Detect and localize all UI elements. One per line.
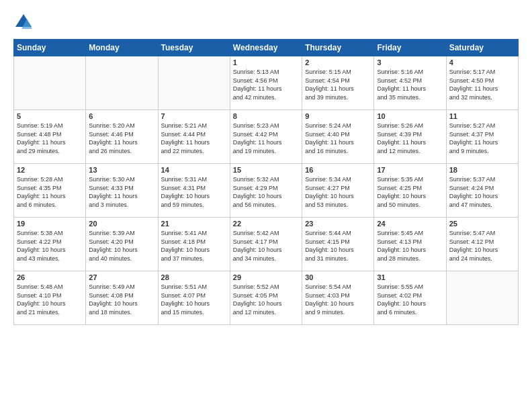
day-number: 28 [161,273,227,281]
table-row: 23Sunrise: 5:44 AM Sunset: 4:15 PM Dayli… [302,218,374,271]
day-number: 18 [449,166,515,174]
table-row: 14Sunrise: 5:31 AM Sunset: 4:31 PM Dayli… [158,164,230,218]
day-number: 20 [89,220,154,228]
weekday-header-saturday: Saturday [446,40,518,56]
day-number: 6 [89,112,154,120]
table-row: 25Sunrise: 5:47 AM Sunset: 4:12 PM Dayli… [446,218,518,271]
table-row: 1Sunrise: 5:13 AM Sunset: 4:56 PM Daylig… [230,56,302,110]
table-row: 27Sunrise: 5:49 AM Sunset: 4:08 PM Dayli… [86,271,158,325]
day-info: Sunrise: 5:39 AM Sunset: 4:20 PM Dayligh… [89,229,154,263]
page: SundayMondayTuesdayWednesdayThursdayFrid… [0,0,532,411]
day-info: Sunrise: 5:21 AM Sunset: 4:44 PM Dayligh… [161,122,227,155]
table-row [446,271,518,325]
table-row: 22Sunrise: 5:42 AM Sunset: 4:17 PM Dayli… [230,218,302,271]
day-info: Sunrise: 5:31 AM Sunset: 4:31 PM Dayligh… [161,175,227,209]
table-row: 5Sunrise: 5:19 AM Sunset: 4:48 PM Daylig… [14,110,86,164]
day-number: 22 [233,220,299,228]
calendar-week-5: 26Sunrise: 5:48 AM Sunset: 4:10 PM Dayli… [14,271,519,325]
calendar: SundayMondayTuesdayWednesdayThursdayFrid… [13,39,519,325]
table-row: 10Sunrise: 5:26 AM Sunset: 4:39 PM Dayli… [374,110,446,164]
table-row: 3Sunrise: 5:16 AM Sunset: 4:52 PM Daylig… [374,56,446,110]
weekday-header-sunday: Sunday [14,40,86,56]
day-info: Sunrise: 5:51 AM Sunset: 4:07 PM Dayligh… [161,283,227,316]
table-row [14,56,86,110]
table-row: 28Sunrise: 5:51 AM Sunset: 4:07 PM Dayli… [158,271,230,325]
day-number: 14 [161,166,227,174]
table-row: 21Sunrise: 5:41 AM Sunset: 4:18 PM Dayli… [158,218,230,271]
day-info: Sunrise: 5:27 AM Sunset: 4:37 PM Dayligh… [449,122,515,155]
day-info: Sunrise: 5:49 AM Sunset: 4:08 PM Dayligh… [89,283,154,316]
day-number: 30 [305,273,371,281]
day-info: Sunrise: 5:24 AM Sunset: 4:40 PM Dayligh… [305,122,371,155]
weekday-header-thursday: Thursday [302,40,374,56]
day-info: Sunrise: 5:54 AM Sunset: 4:03 PM Dayligh… [305,283,371,316]
day-number: 21 [161,220,227,228]
calendar-week-1: 1Sunrise: 5:13 AM Sunset: 4:56 PM Daylig… [14,56,519,110]
day-number: 19 [17,220,83,228]
table-row: 24Sunrise: 5:45 AM Sunset: 4:13 PM Dayli… [374,218,446,271]
day-info: Sunrise: 5:41 AM Sunset: 4:18 PM Dayligh… [161,229,227,263]
table-row: 13Sunrise: 5:30 AM Sunset: 4:33 PM Dayli… [86,164,158,218]
day-info: Sunrise: 5:20 AM Sunset: 4:46 PM Dayligh… [89,122,154,155]
table-row: 15Sunrise: 5:32 AM Sunset: 4:29 PM Dayli… [230,164,302,218]
table-row [86,56,158,110]
day-number: 8 [233,112,299,120]
day-number: 31 [377,273,443,281]
weekday-header-tuesday: Tuesday [158,40,230,56]
day-number: 15 [233,166,299,174]
day-number: 25 [449,220,515,228]
day-info: Sunrise: 5:19 AM Sunset: 4:48 PM Dayligh… [17,122,83,155]
day-number: 4 [449,58,515,66]
day-info: Sunrise: 5:37 AM Sunset: 4:24 PM Dayligh… [449,175,515,209]
calendar-week-2: 5Sunrise: 5:19 AM Sunset: 4:48 PM Daylig… [14,110,519,164]
day-number: 1 [233,58,299,66]
day-number: 23 [305,220,371,228]
day-info: Sunrise: 5:38 AM Sunset: 4:22 PM Dayligh… [17,229,83,263]
day-number: 7 [161,112,227,120]
day-info: Sunrise: 5:15 AM Sunset: 4:54 PM Dayligh… [305,68,371,101]
day-number: 2 [305,58,371,66]
table-row: 9Sunrise: 5:24 AM Sunset: 4:40 PM Daylig… [302,110,374,164]
day-info: Sunrise: 5:52 AM Sunset: 4:05 PM Dayligh… [233,283,299,316]
table-row [158,56,230,110]
day-info: Sunrise: 5:26 AM Sunset: 4:39 PM Dayligh… [377,122,443,155]
table-row: 26Sunrise: 5:48 AM Sunset: 4:10 PM Dayli… [14,271,86,325]
day-info: Sunrise: 5:48 AM Sunset: 4:10 PM Dayligh… [17,283,83,316]
logo-icon [13,12,34,32]
day-number: 11 [449,112,515,120]
day-info: Sunrise: 5:17 AM Sunset: 4:50 PM Dayligh… [449,68,515,101]
day-number: 17 [377,166,443,174]
table-row: 2Sunrise: 5:15 AM Sunset: 4:54 PM Daylig… [302,56,374,110]
day-number: 9 [305,112,371,120]
day-number: 16 [305,166,371,174]
header [13,12,519,32]
table-row: 18Sunrise: 5:37 AM Sunset: 4:24 PM Dayli… [446,164,518,218]
table-row: 7Sunrise: 5:21 AM Sunset: 4:44 PM Daylig… [158,110,230,164]
table-row: 12Sunrise: 5:28 AM Sunset: 4:35 PM Dayli… [14,164,86,218]
day-number: 24 [377,220,443,228]
day-number: 3 [377,58,443,66]
table-row: 29Sunrise: 5:52 AM Sunset: 4:05 PM Dayli… [230,271,302,325]
day-info: Sunrise: 5:30 AM Sunset: 4:33 PM Dayligh… [89,175,154,209]
calendar-week-4: 19Sunrise: 5:38 AM Sunset: 4:22 PM Dayli… [14,218,519,271]
day-info: Sunrise: 5:34 AM Sunset: 4:27 PM Dayligh… [305,175,371,209]
day-info: Sunrise: 5:13 AM Sunset: 4:56 PM Dayligh… [233,68,299,101]
day-info: Sunrise: 5:42 AM Sunset: 4:17 PM Dayligh… [233,229,299,263]
day-info: Sunrise: 5:28 AM Sunset: 4:35 PM Dayligh… [17,175,83,209]
day-number: 27 [89,273,154,281]
table-row: 20Sunrise: 5:39 AM Sunset: 4:20 PM Dayli… [86,218,158,271]
logo [13,12,36,32]
table-row: 30Sunrise: 5:54 AM Sunset: 4:03 PM Dayli… [302,271,374,325]
day-number: 26 [17,273,83,281]
day-number: 5 [17,112,83,120]
weekday-header-friday: Friday [374,40,446,56]
table-row: 16Sunrise: 5:34 AM Sunset: 4:27 PM Dayli… [302,164,374,218]
table-row: 8Sunrise: 5:23 AM Sunset: 4:42 PM Daylig… [230,110,302,164]
table-row: 4Sunrise: 5:17 AM Sunset: 4:50 PM Daylig… [446,56,518,110]
weekday-header-row: SundayMondayTuesdayWednesdayThursdayFrid… [14,40,519,56]
day-info: Sunrise: 5:47 AM Sunset: 4:12 PM Dayligh… [449,229,515,263]
weekday-header-wednesday: Wednesday [230,40,302,56]
weekday-header-monday: Monday [86,40,158,56]
day-info: Sunrise: 5:32 AM Sunset: 4:29 PM Dayligh… [233,175,299,209]
table-row: 17Sunrise: 5:35 AM Sunset: 4:25 PM Dayli… [374,164,446,218]
